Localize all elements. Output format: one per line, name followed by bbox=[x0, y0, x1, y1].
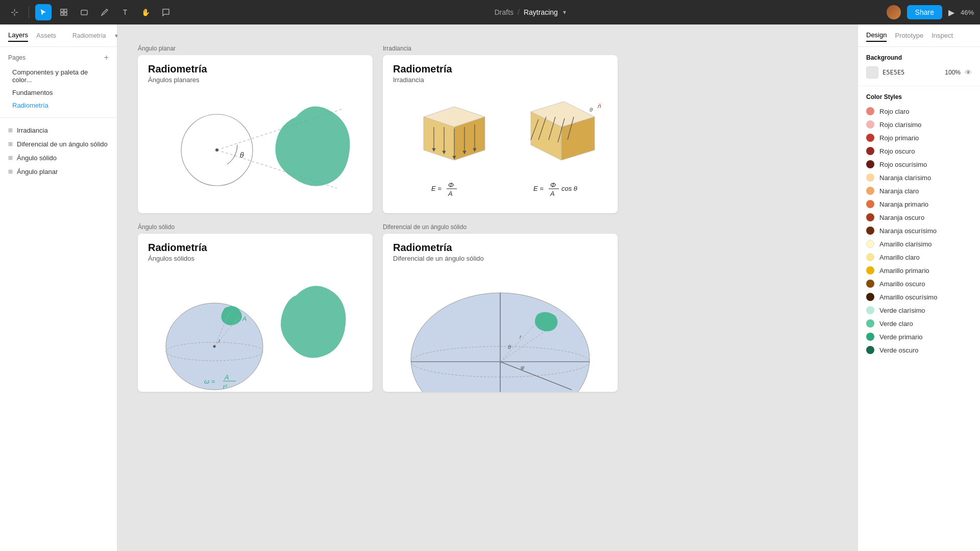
color-style-item[interactable]: Amarillo claro bbox=[858, 251, 980, 264]
color-style-item[interactable]: Naranja oscurísimo bbox=[858, 224, 980, 237]
share-button[interactable]: Share bbox=[907, 5, 942, 19]
card-header-1: Radiometría Ángulos planares bbox=[138, 55, 373, 89]
color-style-item[interactable]: Naranja oscuro bbox=[858, 211, 980, 224]
svg-text:θ: θ bbox=[240, 151, 244, 159]
card-subtitle-3: Ángulos sólidos bbox=[148, 255, 362, 262]
hand-tool[interactable]: ✋ bbox=[137, 4, 154, 20]
project-chevron-icon[interactable]: ▾ bbox=[563, 9, 566, 16]
svg-text:E =: E = bbox=[533, 185, 544, 192]
card-content-4: θ φ r bbox=[383, 267, 618, 392]
pen-tool[interactable] bbox=[96, 4, 113, 20]
svg-text:E =: E = bbox=[431, 185, 442, 192]
color-style-item[interactable]: Rojo primario bbox=[858, 131, 980, 144]
color-style-item[interactable]: Verde clarísimo bbox=[858, 304, 980, 317]
bg-hex-value[interactable]: E5E5E5 bbox=[883, 69, 941, 76]
diferencial-diagram: θ φ r bbox=[383, 267, 618, 392]
comment-tool[interactable] bbox=[158, 4, 174, 20]
frame-container-irradiancia: Irradiancia Radiometría Irradiancia bbox=[383, 45, 618, 213]
layer-item-diferencial[interactable]: ⊞ Diferencial de un ángulo sólido bbox=[4, 138, 113, 151]
canvas-row-1: Ángulo planar Radiometría Ángulos planar… bbox=[138, 45, 837, 213]
svg-text:A: A bbox=[448, 190, 453, 197]
right-panel: Design Prototype Inspect Background E5E5… bbox=[857, 24, 980, 551]
layer-item-irradiancia[interactable]: ⊞ Irradiancia bbox=[4, 124, 113, 137]
color-dot bbox=[866, 227, 874, 235]
canvas-area[interactable]: Ángulo planar Radiometría Ángulos planar… bbox=[117, 24, 857, 551]
frame-container-diferencial: Diferencial de un ángulo sólido Radiomet… bbox=[383, 223, 618, 392]
color-name: Amarillo primario bbox=[879, 267, 929, 274]
svg-text:A: A bbox=[224, 373, 229, 381]
text-tool[interactable]: T bbox=[117, 4, 133, 20]
play-button[interactable]: ▶ bbox=[948, 8, 954, 17]
color-style-item[interactable]: Rojo claro bbox=[858, 105, 980, 118]
card-title-1: Radiometría bbox=[148, 63, 362, 75]
color-styles-list: Rojo claro Rojo clarísimo Rojo primario … bbox=[858, 105, 980, 357]
color-style-item[interactable]: Naranja primario bbox=[858, 197, 980, 211]
layer-label-irradiancia: Irradiancia bbox=[17, 127, 48, 134]
shape-tool[interactable] bbox=[76, 4, 92, 20]
bg-color-swatch[interactable] bbox=[866, 66, 878, 79]
color-style-item[interactable]: Verde primario bbox=[858, 330, 980, 343]
color-style-item[interactable]: Rojo oscurísimo bbox=[858, 158, 980, 171]
tab-inspect[interactable]: Inspect bbox=[932, 30, 953, 41]
bg-opacity-value[interactable]: 100% bbox=[945, 69, 961, 76]
frame-tool[interactable] bbox=[56, 4, 72, 20]
breadcrumb-project[interactable]: Raytracing bbox=[524, 8, 558, 16]
frame-container-angulo-planar: Ángulo planar Radiometría Ángulos planar… bbox=[138, 45, 373, 213]
card-content-1: θ bbox=[138, 89, 373, 213]
color-dot bbox=[866, 319, 874, 328]
main-layout: Layers Assets Radiometría ▾ Pages + Comp… bbox=[0, 24, 980, 551]
visibility-toggle-icon[interactable]: 👁 bbox=[965, 68, 972, 77]
color-name: Naranja oscuro bbox=[879, 214, 924, 221]
tab-design[interactable]: Design bbox=[866, 29, 887, 42]
toolbar-right: Share ▶ 46% bbox=[887, 5, 974, 19]
color-style-item[interactable]: Verde claro bbox=[858, 317, 980, 330]
frame-card-angulo-planar[interactable]: Radiometría Ángulos planares bbox=[138, 55, 373, 213]
color-name: Rojo claro bbox=[879, 108, 910, 115]
color-name: Verde primario bbox=[879, 333, 923, 341]
svg-text:A: A bbox=[242, 315, 247, 322]
tab-assets[interactable]: Assets bbox=[36, 30, 56, 41]
card-subtitle-1: Ángulos planares bbox=[148, 76, 362, 84]
angulo-planar-diagram: θ bbox=[138, 89, 373, 213]
app-logo[interactable]: ⊹ bbox=[6, 4, 22, 20]
color-style-item[interactable]: Naranja claro bbox=[858, 184, 980, 197]
select-tool[interactable] bbox=[35, 4, 52, 20]
color-dot bbox=[866, 187, 874, 195]
left-panel: Layers Assets Radiometría ▾ Pages + Comp… bbox=[0, 24, 117, 551]
page-item-componentes[interactable]: Componentes y paleta de color... bbox=[8, 66, 109, 86]
color-styles-label: Color Styles bbox=[858, 86, 980, 105]
color-style-item[interactable]: Amarillo clarísimo bbox=[858, 237, 980, 251]
layer-label-angulo-planar: Ángulo planar bbox=[17, 168, 58, 176]
color-style-item[interactable]: Amarillo oscurísimo bbox=[858, 290, 980, 304]
breadcrumb-sep: / bbox=[518, 8, 520, 16]
layer-frame-icon: ⊞ bbox=[8, 127, 13, 134]
color-name: Rojo primario bbox=[879, 134, 919, 142]
layer-list: ⊞ Irradiancia ⊞ Diferencial de un ángulo… bbox=[0, 124, 117, 178]
color-style-item[interactable]: Amarillo oscuro bbox=[858, 277, 980, 290]
layer-item-angulo-solido[interactable]: ⊞ Ángulo sólido bbox=[4, 152, 113, 164]
color-dot bbox=[866, 200, 874, 208]
color-dot bbox=[866, 306, 874, 314]
color-style-item[interactable]: Rojo clarísimo bbox=[858, 118, 980, 131]
page-item-radiometria[interactable]: Radiometría bbox=[8, 99, 109, 111]
tab-layers[interactable]: Layers bbox=[8, 29, 28, 42]
card-title-2: Radiometría bbox=[393, 63, 607, 75]
svg-rect-2 bbox=[61, 13, 63, 15]
frame-card-angulo-solido[interactable]: Radiometría Ángulos sólidos bbox=[138, 234, 373, 392]
tab-prototype[interactable]: Prototype bbox=[895, 30, 923, 41]
irradiancia-diagram: θ n̂ E = Φ A bbox=[383, 89, 618, 213]
color-style-item[interactable]: Rojo oscuro bbox=[858, 144, 980, 158]
add-page-button[interactable]: + bbox=[104, 53, 109, 62]
frame-card-diferencial[interactable]: Radiometría Diferencial de un ángulo sól… bbox=[383, 234, 618, 392]
layer-frame-icon-3: ⊞ bbox=[8, 155, 13, 161]
color-style-item[interactable]: Naranja clarísimo bbox=[858, 171, 980, 184]
card-header-2: Radiometría Irradiancia bbox=[383, 55, 618, 89]
color-style-item[interactable]: Amarillo primario bbox=[858, 264, 980, 277]
frame-card-irradiancia[interactable]: Radiometría Irradiancia bbox=[383, 55, 618, 213]
svg-text:Φ: Φ bbox=[550, 181, 556, 189]
card-header-3: Radiometría Ángulos sólidos bbox=[138, 234, 373, 267]
layer-item-angulo-planar[interactable]: ⊞ Ángulo planar bbox=[4, 165, 113, 178]
color-style-item[interactable]: Verde oscuro bbox=[858, 343, 980, 357]
page-item-fundamentos[interactable]: Fundamentos bbox=[8, 87, 109, 98]
zoom-level[interactable]: 46% bbox=[961, 9, 974, 16]
